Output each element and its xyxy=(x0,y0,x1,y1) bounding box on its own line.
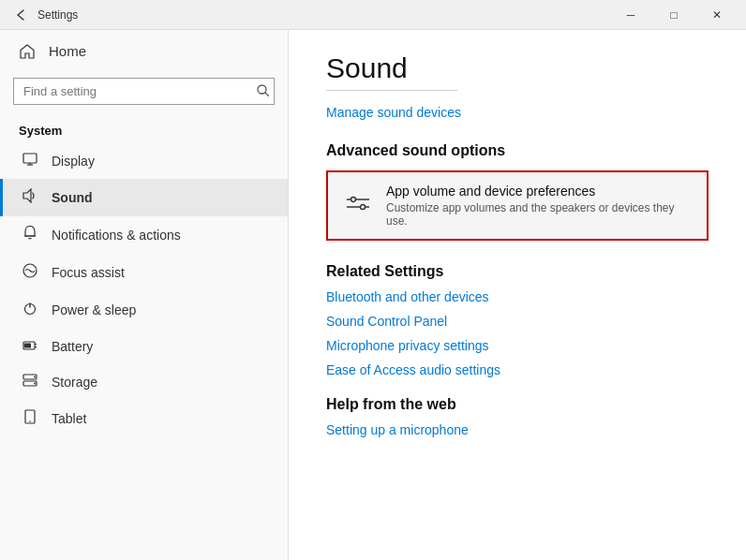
svg-point-21 xyxy=(351,197,356,201)
sidebar-item-notifications[interactable]: Notifications & actions xyxy=(0,216,288,254)
help-section-title: Help from the web xyxy=(326,396,709,413)
app-volume-card[interactable]: App volume and device preferences Custom… xyxy=(326,170,709,241)
search-input[interactable] xyxy=(13,78,275,105)
app-volume-card-text: App volume and device preferences Custom… xyxy=(386,184,692,228)
related-section-title: Related Settings xyxy=(326,263,709,280)
mixer-icon xyxy=(343,193,373,219)
sidebar-item-power-label: Power & sleep xyxy=(52,302,136,317)
sidebar-item-power[interactable]: Power & sleep xyxy=(0,291,288,329)
ease-of-access-link[interactable]: Ease of Access audio settings xyxy=(326,362,709,377)
search-container xyxy=(13,78,275,105)
svg-point-23 xyxy=(361,204,366,209)
home-icon xyxy=(19,44,36,59)
display-icon xyxy=(22,153,38,169)
sidebar-item-battery-label: Battery xyxy=(52,339,93,354)
sidebar-item-sound[interactable]: Sound xyxy=(0,179,288,216)
advanced-section-title: Advanced sound options xyxy=(326,142,709,159)
svg-point-17 xyxy=(34,383,36,385)
app-volume-desc: Customize app volumes and the speakers o… xyxy=(386,201,692,228)
titlebar-title: Settings xyxy=(37,8,78,22)
sidebar-item-focus[interactable]: Focus assist xyxy=(0,254,288,291)
storage-icon xyxy=(22,374,38,391)
minimize-button[interactable]: ─ xyxy=(609,0,652,30)
window-controls: ─ □ ✕ xyxy=(609,0,739,30)
page-title: Sound xyxy=(326,52,709,84)
sidebar: Home System Display xyxy=(0,30,289,560)
maximize-button[interactable]: □ xyxy=(652,0,695,30)
svg-rect-2 xyxy=(23,154,37,163)
sidebar-item-battery[interactable]: Battery xyxy=(0,329,288,364)
sidebar-item-notifications-label: Notifications & actions xyxy=(52,228,181,243)
search-button[interactable] xyxy=(257,84,269,99)
sidebar-item-display[interactable]: Display xyxy=(0,143,288,179)
sound-control-panel-link[interactable]: Sound Control Panel xyxy=(326,314,709,329)
sidebar-item-storage-label: Storage xyxy=(52,375,97,390)
focus-icon xyxy=(22,263,38,282)
sidebar-home-button[interactable]: Home xyxy=(0,30,288,72)
microphone-privacy-link[interactable]: Microphone privacy settings xyxy=(326,338,709,353)
tablet-icon xyxy=(22,409,38,428)
sidebar-item-storage[interactable]: Storage xyxy=(0,364,288,400)
power-icon xyxy=(22,301,38,319)
content-area: Sound Manage sound devices Advanced soun… xyxy=(289,30,746,560)
svg-rect-11 xyxy=(24,344,31,348)
app-body: Home System Display xyxy=(0,30,746,560)
sound-icon xyxy=(22,188,38,207)
sidebar-section-label: System xyxy=(0,116,288,143)
sidebar-item-focus-label: Focus assist xyxy=(52,265,125,280)
back-button[interactable] xyxy=(7,2,34,28)
sidebar-item-display-label: Display xyxy=(52,154,95,169)
bluetooth-link[interactable]: Bluetooth and other devices xyxy=(326,289,709,304)
close-button[interactable]: ✕ xyxy=(695,0,739,30)
setup-microphone-link[interactable]: Setting up a microphone xyxy=(326,422,709,437)
sidebar-item-tablet[interactable]: Tablet xyxy=(0,400,288,437)
app-volume-title: App volume and device preferences xyxy=(386,184,692,199)
sidebar-item-tablet-label: Tablet xyxy=(52,411,86,426)
svg-point-16 xyxy=(34,376,36,378)
svg-marker-5 xyxy=(23,189,31,202)
battery-icon xyxy=(22,338,38,355)
svg-line-1 xyxy=(265,93,269,96)
notifications-icon xyxy=(22,226,38,244)
title-divider xyxy=(326,90,457,91)
svg-point-19 xyxy=(29,420,31,422)
titlebar: Settings ─ □ ✕ xyxy=(0,0,746,30)
home-label: Home xyxy=(49,43,86,59)
manage-sound-link[interactable]: Manage sound devices xyxy=(326,105,461,120)
sidebar-item-sound-label: Sound xyxy=(52,190,93,205)
